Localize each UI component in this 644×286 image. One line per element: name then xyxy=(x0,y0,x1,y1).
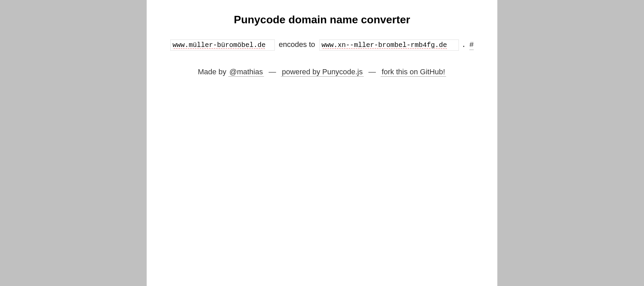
trailing-dot: . xyxy=(462,41,466,49)
separator-2: — xyxy=(369,68,376,76)
made-by-label: Made by xyxy=(198,68,226,76)
page-title: Punycode domain name converter xyxy=(160,14,484,26)
converter-row: encodes to . # xyxy=(160,40,484,51)
author-link[interactable]: @mathias xyxy=(228,68,264,77)
permalink-link[interactable]: # xyxy=(469,41,474,50)
footer: Made by @mathias — powered by Punycode.j… xyxy=(160,68,484,76)
powered-by-link[interactable]: powered by Punycode.js xyxy=(281,68,364,77)
encodes-to-label: encodes to xyxy=(279,40,315,49)
fork-github-link[interactable]: fork this on GitHub! xyxy=(381,68,446,77)
separator-1: — xyxy=(269,68,276,76)
encoded-input[interactable] xyxy=(319,40,459,51)
decoded-input[interactable] xyxy=(170,40,275,51)
